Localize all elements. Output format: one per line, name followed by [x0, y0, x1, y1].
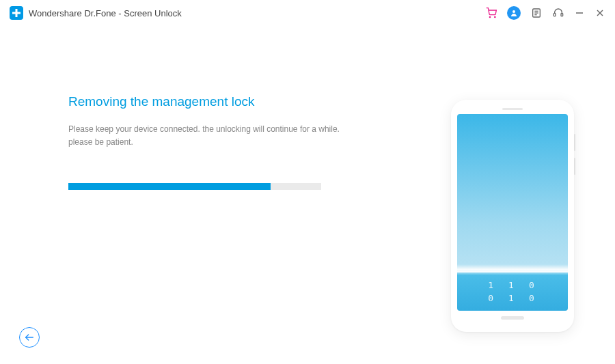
svg-rect-8: [561, 14, 563, 16]
phone-glare: [457, 264, 568, 275]
code-row: 110: [488, 279, 549, 292]
app-window: Wondershare Dr.Fone - Screen Unlock: [0, 0, 615, 364]
close-button[interactable]: [594, 8, 605, 18]
phone-code-overlay: 110 010: [457, 271, 568, 311]
account-icon[interactable]: [507, 6, 521, 20]
minimize-button[interactable]: [574, 8, 585, 18]
app-logo-icon: [10, 6, 23, 20]
svg-rect-7: [554, 14, 556, 16]
svg-point-1: [495, 16, 495, 17]
titlebar: Wondershare Dr.Fone - Screen Unlock: [0, 0, 615, 26]
cart-icon[interactable]: [485, 7, 497, 19]
phone-speaker-icon: [502, 108, 523, 110]
progress-bar: [68, 183, 321, 190]
svg-point-0: [489, 16, 490, 17]
main-content: Removing the management lock Please keep…: [0, 26, 615, 364]
support-icon[interactable]: [552, 7, 564, 19]
phone-home-icon: [501, 316, 524, 320]
phone-illustration: 110 010: [451, 100, 574, 332]
svg-point-2: [512, 10, 515, 13]
status-heading: Removing the management lock: [68, 94, 342, 109]
code-row: 010: [488, 292, 549, 305]
progress-fill: [68, 183, 271, 190]
back-button[interactable]: [19, 327, 40, 348]
status-subtext: Please keep your device connected. the u…: [68, 123, 342, 149]
feedback-icon[interactable]: [530, 7, 543, 19]
titlebar-actions: [485, 6, 605, 20]
status-pane: Removing the management lock Please keep…: [68, 94, 342, 190]
phone-screen: 110 010: [457, 114, 568, 311]
app-title: Wondershare Dr.Fone - Screen Unlock: [29, 8, 182, 18]
